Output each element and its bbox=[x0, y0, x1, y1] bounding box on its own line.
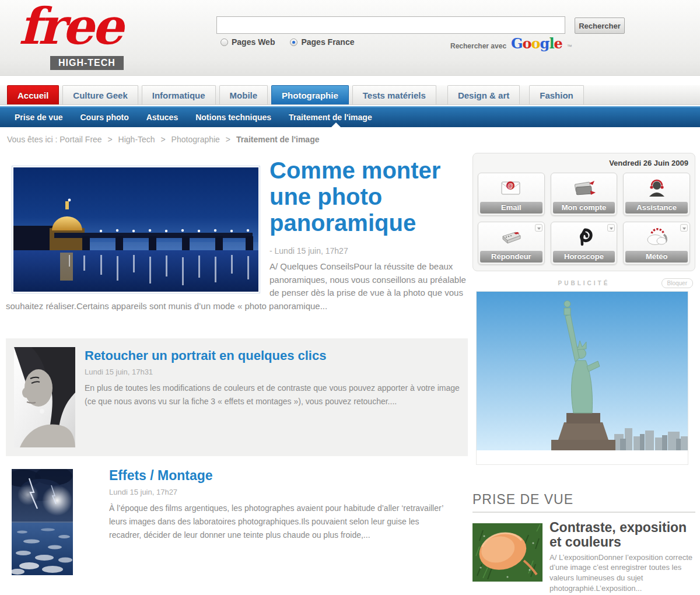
email-icon: @ bbox=[478, 173, 544, 202]
sidebar-date: Vendredi 26 Juin 2009 bbox=[480, 159, 688, 167]
radio-pages-france[interactable]: Pages France bbox=[290, 37, 354, 47]
widget-label: Horoscope bbox=[553, 251, 615, 262]
tab-accueil[interactable]: Accueil bbox=[7, 85, 59, 104]
panorama-night-bridge-image[interactable] bbox=[12, 166, 260, 293]
widget-repondeur[interactable]: Répondeur bbox=[478, 222, 545, 265]
header: free HIGH-TECH Rechercher Pages Web Page… bbox=[0, 0, 700, 76]
radio-circle-unchecked[interactable] bbox=[220, 38, 228, 46]
account-icon bbox=[551, 173, 617, 202]
free-hightech-portal: free HIGH-TECH Rechercher Pages Web Page… bbox=[0, 0, 700, 595]
radio-pages-web-label: Pages Web bbox=[232, 37, 275, 47]
search-input[interactable] bbox=[216, 16, 565, 34]
widget-meteo[interactable]: Météo bbox=[623, 222, 690, 265]
sidebar-article: Contraste, exposition et couleurs A/ L’e… bbox=[473, 520, 695, 593]
widget-horoscope[interactable]: Horoscope bbox=[551, 222, 618, 265]
radio-pages-france-label: Pages France bbox=[301, 37, 354, 47]
breadcrumb-high-tech[interactable]: High-Tech bbox=[118, 135, 155, 144]
widget-label: Assistance bbox=[625, 202, 688, 214]
photo-subnav: Prise de vue Cours photo Astuces Notions… bbox=[0, 106, 700, 127]
leaf-on-grass-image[interactable] bbox=[473, 523, 542, 582]
article-retoucher-portrait: Retoucher un portrait en quelques clics … bbox=[6, 338, 468, 456]
service-widgets: @ Email Mon compte bbox=[478, 173, 690, 265]
tab-mobile[interactable]: Mobile bbox=[219, 85, 268, 104]
radio-circle-checked[interactable] bbox=[290, 38, 298, 46]
svg-text:@: @ bbox=[508, 183, 513, 189]
subnav-notions-techniques[interactable]: Notions techniques bbox=[195, 113, 271, 122]
chevron-down-icon[interactable] bbox=[607, 224, 615, 232]
widget-label: Répondeur bbox=[480, 251, 542, 262]
assistance-icon bbox=[624, 173, 690, 202]
tab-fashion[interactable]: Fashion bbox=[529, 85, 584, 104]
article-date: Lundi 15 juin, 17h31 bbox=[14, 368, 460, 376]
search-with-label: Rechercher avec bbox=[450, 42, 506, 50]
tab-culture-geek[interactable]: Culture Geek bbox=[62, 85, 138, 104]
portrait-woman-image[interactable] bbox=[14, 347, 75, 447]
ad-block-button[interactable]: Bloquer bbox=[662, 278, 693, 288]
widget-label: Mon compte bbox=[553, 202, 615, 214]
section-title: PRISE DE VUE bbox=[473, 492, 695, 508]
subnav-astuces[interactable]: Astuces bbox=[146, 113, 178, 122]
chevron-down-icon[interactable] bbox=[535, 224, 542, 232]
breadcrumb: Vous êtes ici : Portail Free > High-Tech… bbox=[7, 135, 319, 144]
services-panel: Vendredi 26 Juin 2009 @ Email bbox=[473, 153, 695, 271]
prise-de-vue-section: PRISE DE VUE bbox=[473, 492, 695, 595]
widget-email[interactable]: @ Email bbox=[478, 173, 545, 216]
subnav-cours-photo[interactable]: Cours photo bbox=[80, 113, 129, 122]
article-body: À l’époque des films argentiques, les ph… bbox=[109, 502, 444, 541]
main-nav: Accueil Culture Geek Informatique Mobile… bbox=[0, 85, 700, 105]
widget-assistance[interactable]: Assistance bbox=[623, 173, 690, 216]
breadcrumb-portail-free[interactable]: Portail Free bbox=[60, 135, 102, 144]
storm-sea-image[interactable] bbox=[12, 469, 73, 575]
google-search-credit: Rechercher avec Google ™ bbox=[450, 35, 572, 52]
sidebar: Vendredi 26 Juin 2009 @ Email bbox=[473, 153, 695, 595]
article-title[interactable]: Retoucher un portrait en quelques clics bbox=[14, 348, 460, 363]
chevron-down-icon[interactable] bbox=[680, 224, 688, 232]
google-logo[interactable]: Google bbox=[511, 35, 562, 52]
featured-article: Comme monter une photo panoramique - Lun… bbox=[6, 158, 468, 313]
breadcrumb-prefix: Vous êtes ici : bbox=[7, 135, 57, 144]
article-body: En plus de toutes les modifications de c… bbox=[14, 382, 460, 408]
widget-label: Email bbox=[480, 202, 542, 214]
article-list: Comme monter une photo panoramique - Lun… bbox=[6, 149, 468, 575]
radio-pages-web[interactable]: Pages Web bbox=[220, 37, 275, 47]
section-divider bbox=[473, 512, 695, 513]
hightech-badge: HIGH-TECH bbox=[50, 56, 124, 70]
tab-tests-materiels[interactable]: Tests matériels bbox=[352, 85, 436, 104]
statue-of-liberty-ad-image[interactable] bbox=[476, 291, 688, 465]
answering-machine-icon bbox=[478, 222, 544, 251]
breadcrumb-separator: > bbox=[226, 135, 230, 144]
article-date: Lundi 15 juin, 17h27 bbox=[109, 488, 444, 496]
subnav-prise-de-vue[interactable]: Prise de vue bbox=[15, 113, 63, 122]
tab-design-art[interactable]: Design & art bbox=[447, 85, 520, 104]
tab-informatique[interactable]: Informatique bbox=[142, 85, 216, 104]
subnav-traitement-image[interactable]: Traitement de l'image bbox=[289, 113, 372, 122]
breadcrumb-current: Traitement de l'image bbox=[236, 135, 320, 144]
widget-label: Météo bbox=[625, 251, 688, 262]
tab-photographie[interactable]: Photographie bbox=[271, 85, 349, 104]
breadcrumb-photographie[interactable]: Photographie bbox=[172, 135, 220, 144]
breadcrumb-separator: > bbox=[161, 135, 166, 144]
google-trademark: ™ bbox=[567, 44, 572, 50]
active-subnav-arrow-icon bbox=[331, 123, 341, 127]
search-scope-radios: Pages Web Pages France bbox=[220, 37, 355, 47]
widget-mon-compte[interactable]: Mon compte bbox=[551, 173, 618, 216]
free-logo[interactable]: free bbox=[19, 0, 121, 55]
ad-header: PUBLICITÉ Bloquer bbox=[474, 278, 694, 289]
article-title[interactable]: Effets / Montage bbox=[109, 468, 444, 484]
breadcrumb-separator: > bbox=[108, 135, 113, 144]
search-button[interactable]: Rechercher bbox=[575, 18, 625, 34]
article-effets-montage: Effets / Montage Lundi 15 juin, 17h27 À … bbox=[6, 467, 468, 575]
